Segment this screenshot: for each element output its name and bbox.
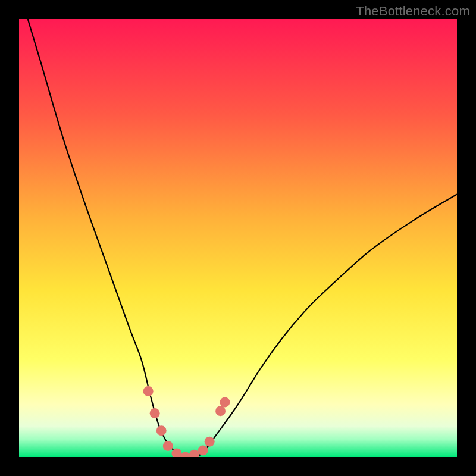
- highlight-marker: [143, 386, 154, 396]
- watermark-text: TheBottleneck.com: [356, 4, 470, 19]
- highlight-marker: [220, 397, 230, 408]
- highlight-marker: [163, 441, 173, 451]
- bottleneck-curve: [19, 19, 457, 457]
- plot-area: [19, 19, 457, 457]
- highlight-marker: [205, 437, 215, 447]
- highlight-marker: [180, 452, 190, 458]
- highlight-marker: [150, 408, 160, 418]
- highlight-marker: [198, 445, 208, 455]
- chart-frame: TheBottleneck.com: [0, 0, 476, 476]
- highlight-marker: [156, 425, 167, 436]
- highlight-marker: [215, 406, 226, 416]
- highlight-marker: [189, 450, 199, 457]
